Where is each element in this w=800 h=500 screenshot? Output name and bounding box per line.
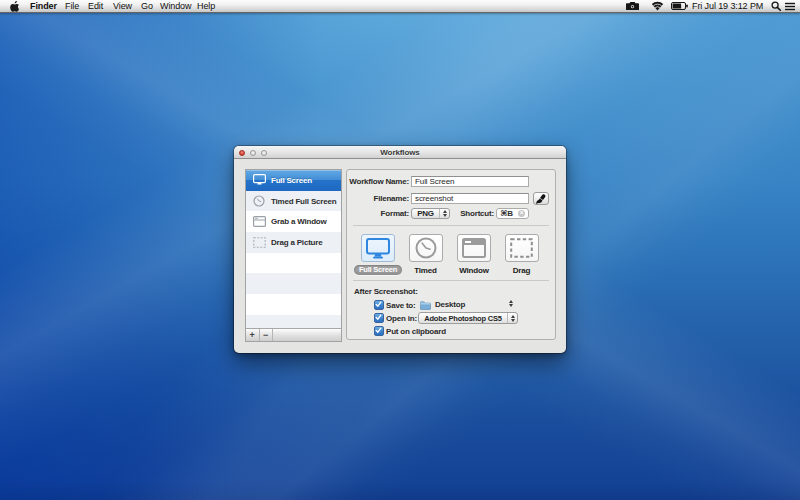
- mode-timed-button[interactable]: [409, 234, 443, 262]
- save-to-value: Desktop: [435, 300, 465, 309]
- workflow-item-full-screen[interactable]: Full Screen: [246, 170, 341, 191]
- folder-icon: [420, 296, 431, 314]
- selection-icon: [252, 236, 266, 249]
- format-value: PNG: [412, 209, 439, 218]
- workflow-item-label: Full Screen: [271, 176, 312, 185]
- selection-icon: [510, 238, 533, 258]
- brush-button[interactable]: [533, 192, 549, 205]
- workflow-item-timed-full-screen[interactable]: Timed Full Screen: [246, 191, 341, 212]
- stepper-arrows-icon: [508, 315, 517, 322]
- empty-row: [246, 253, 341, 274]
- workflow-name-label: Workflow Name:: [349, 176, 409, 187]
- mode-drag-label: Drag: [505, 266, 539, 275]
- separator: [353, 280, 549, 281]
- apple-menu-icon[interactable]: [10, 1, 19, 14]
- menu-item-edit[interactable]: Edit: [88, 0, 103, 12]
- clipboard-label: Put on clipboard: [386, 327, 446, 336]
- mode-drag-button[interactable]: [505, 234, 539, 262]
- menu-item-file[interactable]: File: [65, 0, 79, 12]
- display-icon: [252, 174, 266, 187]
- open-in-checkbox[interactable]: [374, 313, 384, 323]
- desktop: Finder File Edit View Go Window Help: [0, 0, 800, 500]
- notification-center-icon[interactable]: [785, 0, 795, 12]
- workflow-item-drag-a-picture[interactable]: Drag a Picture: [246, 232, 341, 253]
- save-to-popup[interactable]: Desktop: [420, 299, 465, 310]
- menubar-clock[interactable]: Fri Jul 19 3:12 PM: [692, 0, 763, 12]
- save-to-checkbox[interactable]: [374, 300, 384, 310]
- zoom-button[interactable]: [261, 150, 267, 156]
- arrow-down-icon: [443, 214, 447, 217]
- menu-bar: Finder File Edit View Go Window Help: [0, 0, 800, 13]
- window-titlebar[interactable]: Workflows: [234, 146, 566, 159]
- filename-field[interactable]: screenshot: [411, 193, 529, 204]
- list-footer: + −: [246, 328, 341, 341]
- arrow-down-icon: [511, 319, 515, 322]
- mode-full-screen-button[interactable]: [361, 234, 395, 262]
- shortcut-label: Shortcut:: [460, 208, 494, 219]
- open-in-value: Adobe Photoshop CS5: [419, 314, 507, 323]
- clock-icon: [415, 237, 437, 259]
- arrow-up-icon: [511, 315, 515, 318]
- arrow-up-icon: [443, 210, 447, 213]
- filename-value: screenshot: [415, 194, 453, 203]
- menu-item-go[interactable]: Go: [141, 0, 153, 12]
- workflow-name-value: Full Screen: [415, 177, 454, 186]
- remove-workflow-button[interactable]: −: [260, 329, 274, 341]
- spotlight-icon[interactable]: [771, 0, 781, 12]
- empty-row: [246, 273, 341, 294]
- display-icon: [366, 238, 390, 259]
- shortcut-value: ⌘B: [500, 209, 513, 218]
- empty-row: [246, 294, 341, 315]
- shortcut-field[interactable]: ⌘B ×: [496, 208, 529, 219]
- workflow-detail-panel: Workflow Name: Full Screen Filename: scr…: [346, 169, 556, 340]
- open-in-popup[interactable]: Adobe Photoshop CS5: [418, 312, 518, 324]
- clipboard-checkbox[interactable]: [374, 326, 384, 336]
- mode-full-screen-label: Full Screen: [354, 265, 402, 275]
- menu-item-finder[interactable]: Finder: [30, 0, 57, 12]
- workflow-item-label: Timed Full Screen: [271, 197, 336, 206]
- menu-item-window[interactable]: Window: [160, 0, 191, 12]
- window-icon: [252, 215, 266, 228]
- workflow-item-grab-a-window[interactable]: Grab a Window: [246, 211, 341, 232]
- stepper-arrows-icon: [440, 210, 449, 217]
- mode-window-button[interactable]: [457, 234, 491, 262]
- battery-icon[interactable]: [671, 0, 688, 12]
- save-to-label: Save to:: [386, 301, 416, 310]
- window-icon: [462, 238, 486, 258]
- minimize-button[interactable]: [250, 150, 256, 156]
- close-button[interactable]: [239, 150, 245, 156]
- workflow-item-label: Grab a Window: [271, 217, 327, 226]
- traffic-lights: [239, 150, 267, 156]
- arrow-up-icon: [509, 300, 513, 303]
- mode-timed-label: Timed: [409, 266, 443, 275]
- menu-item-help[interactable]: Help: [197, 0, 215, 12]
- format-popup[interactable]: PNG: [411, 208, 450, 219]
- separator: [353, 225, 549, 226]
- workflow-list: Full Screen Timed Full Screen: [245, 169, 342, 342]
- open-in-label: Open in:: [386, 314, 417, 323]
- clock-icon: [252, 195, 266, 208]
- clear-shortcut-icon[interactable]: ×: [518, 210, 525, 217]
- menu-item-view[interactable]: View: [113, 0, 132, 12]
- camera-icon[interactable]: [626, 0, 639, 12]
- workflow-item-label: Drag a Picture: [271, 238, 322, 247]
- after-screenshot-title: After Screenshot:: [354, 287, 418, 296]
- mode-window-label: Window: [457, 266, 491, 275]
- wifi-icon[interactable]: [651, 0, 664, 12]
- workflow-name-field[interactable]: Full Screen: [411, 176, 529, 187]
- add-workflow-button[interactable]: +: [246, 329, 260, 341]
- save-to-stepper-icon[interactable]: [509, 300, 513, 307]
- window-title: Workflows: [234, 146, 566, 159]
- format-label: Format:: [381, 208, 409, 219]
- filename-label: Filename:: [373, 193, 409, 204]
- window-content: Full Screen Timed Full Screen: [234, 160, 566, 353]
- workflows-window: Workflows Full Screen: [234, 146, 566, 353]
- paintbrush-icon: [536, 190, 546, 208]
- arrow-down-icon: [509, 304, 513, 307]
